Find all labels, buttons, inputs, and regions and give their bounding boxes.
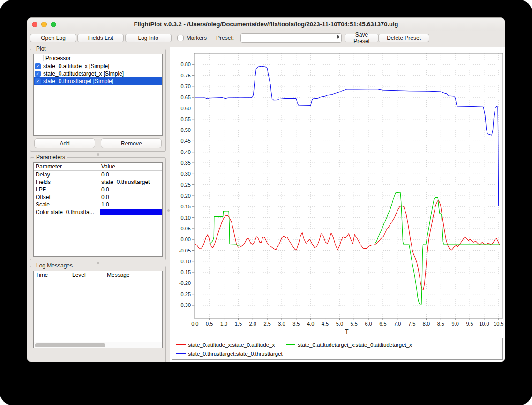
- scrollbar-thumb[interactable]: [35, 343, 105, 347]
- svg-text:1.0: 1.0: [220, 321, 227, 327]
- plot-field-list[interactable]: Processor ✓state_0.attitude_x [Simple]✓s…: [33, 54, 163, 136]
- divider-handle-icon: [167, 209, 170, 212]
- svg-text:-0.05: -0.05: [179, 248, 191, 253]
- markers-checkbox[interactable]: [177, 35, 184, 41]
- divider-handle-icon: [97, 153, 99, 156]
- svg-text:4.0: 4.0: [307, 321, 314, 327]
- svg-text:0.75: 0.75: [181, 73, 191, 78]
- log-messages-table[interactable]: Time Level Message: [33, 271, 163, 348]
- value-column-header: Value: [99, 164, 162, 170]
- chart-legend: state_0.attitude_x:state_0.attitude_xsta…: [172, 338, 503, 360]
- main-content: Plot Processor ✓state_0.attitude_x [Simp…: [27, 45, 505, 362]
- svg-text:0.50: 0.50: [181, 127, 191, 133]
- field-checkbox[interactable]: ✓: [35, 78, 41, 84]
- svg-text:0.25: 0.25: [181, 182, 191, 188]
- svg-text:9.5: 9.5: [466, 321, 473, 327]
- legend-label: state_0.attitudetarget_x:state_0.attitud…: [298, 342, 412, 348]
- chart-area[interactable]: 0.00.51.01.52.02.53.03.54.04.55.05.56.06…: [170, 47, 505, 362]
- parameter-value[interactable]: 0.0: [99, 171, 162, 178]
- svg-text:7.5: 7.5: [408, 321, 415, 327]
- field-checkbox[interactable]: ✓: [35, 71, 41, 77]
- close-button[interactable]: [32, 22, 37, 27]
- markers-label: Markers: [187, 35, 207, 41]
- svg-text:T: T: [345, 329, 349, 335]
- legend-label: state_0.attitude_x:state_0.attitude_x: [188, 342, 275, 348]
- plot-panel-buttons: Add Remove: [33, 138, 163, 148]
- svg-text:0.30: 0.30: [181, 171, 191, 176]
- add-button[interactable]: Add: [34, 138, 95, 148]
- parameter-value[interactable]: state_0.thrusttarget: [99, 179, 162, 185]
- parameter-row[interactable]: Offset0.0: [34, 193, 162, 201]
- parameter-row[interactable]: Fieldsstate_0.thrusttarget: [34, 178, 162, 186]
- parameter-name: Color state_0.thrustta...: [34, 209, 99, 215]
- parameter-row[interactable]: Delay0.0: [34, 171, 162, 178]
- app-window: FlightPlot v.0.3.2 - /Users/oleg/Documen…: [27, 17, 505, 362]
- parameter-name: LPF: [34, 186, 99, 193]
- parameters-panel-title: Parameters: [34, 154, 67, 160]
- open-log-button[interactable]: Open Log: [30, 34, 76, 42]
- svg-text:0.0: 0.0: [192, 321, 199, 327]
- preset-label: Preset:: [216, 35, 234, 41]
- svg-text:0.35: 0.35: [181, 160, 191, 166]
- parameter-value[interactable]: 0.0: [99, 186, 162, 193]
- fields-list-button[interactable]: Fields List: [77, 34, 124, 42]
- plot-field-row[interactable]: ✓state_0.attitude_x [Simple]: [34, 62, 162, 70]
- parameter-value[interactable]: 1.0: [99, 201, 162, 208]
- save-preset-button[interactable]: Save Preset: [345, 34, 379, 42]
- color-swatch[interactable]: [100, 209, 162, 215]
- legend-line-icon: [286, 344, 295, 345]
- parameter-name: Offset: [34, 194, 99, 200]
- svg-text:6.0: 6.0: [365, 321, 372, 327]
- legend-item: state_0.attitudetarget_x:state_0.attitud…: [286, 342, 412, 348]
- legend-row: state_0.attitude_x:state_0.attitude_xsta…: [176, 340, 499, 349]
- combo-stepper-icon[interactable]: [337, 35, 339, 39]
- svg-text:5.5: 5.5: [351, 321, 358, 327]
- preset-combobox[interactable]: [240, 33, 342, 43]
- svg-text:0.5: 0.5: [206, 321, 213, 327]
- svg-text:-0.30: -0.30: [179, 302, 191, 308]
- svg-text:0.65: 0.65: [181, 94, 191, 100]
- svg-text:6.5: 6.5: [380, 321, 387, 327]
- divider-handle-icon: [97, 262, 99, 264]
- parameter-row[interactable]: Color state_0.thrustta...: [34, 208, 162, 216]
- svg-text:2.0: 2.0: [249, 321, 256, 327]
- window-title: FlightPlot v.0.3.2 - /Users/oleg/Documen…: [134, 21, 398, 28]
- svg-text:8.0: 8.0: [423, 321, 430, 327]
- svg-text:2.5: 2.5: [264, 321, 271, 327]
- minimize-button[interactable]: [41, 22, 47, 27]
- svg-text:0.55: 0.55: [181, 116, 191, 122]
- svg-text:3.5: 3.5: [293, 321, 300, 327]
- parameter-name: Fields: [34, 179, 99, 185]
- svg-text:1.5: 1.5: [235, 321, 242, 327]
- legend-item: state_0.attitude_x:state_0.attitude_x: [176, 342, 275, 348]
- parameter-row[interactable]: LPF0.0: [34, 186, 162, 193]
- field-checkbox[interactable]: ✓: [35, 63, 41, 69]
- plot-field-row[interactable]: ✓state_0.thrusttarget [Simple]: [34, 77, 162, 85]
- svg-text:-0.15: -0.15: [179, 269, 191, 275]
- title-bar[interactable]: FlightPlot v.0.3.2 - /Users/oleg/Documen…: [27, 18, 505, 31]
- plot-field-row[interactable]: ✓state_0.attitudetarget_x [Simple]: [34, 70, 162, 77]
- remove-button[interactable]: Remove: [101, 138, 162, 148]
- legend-label: state_0.thrusttarget:state_0.thrusttarge…: [188, 351, 282, 357]
- log-horizontal-scrollbar[interactable]: [34, 342, 162, 348]
- delete-preset-button[interactable]: Delete Preset: [378, 34, 429, 42]
- legend-row: state_0.thrusttarget:state_0.thrusttarge…: [176, 349, 499, 358]
- flight-plot-chart[interactable]: 0.00.51.01.52.02.53.03.54.04.55.05.56.06…: [170, 47, 505, 336]
- zoom-button[interactable]: [51, 22, 56, 27]
- log-messages-body: [34, 279, 162, 342]
- left-sidebar: Plot Processor ✓state_0.attitude_x [Simp…: [27, 45, 167, 362]
- legend-item: state_0.thrusttarget:state_0.thrusttarge…: [176, 351, 282, 357]
- svg-text:9.0: 9.0: [452, 321, 459, 327]
- parameter-rows: Delay0.0Fieldsstate_0.thrusttargetLPF0.0…: [34, 171, 162, 216]
- plot-panel-title: Plot: [34, 46, 48, 52]
- level-column-header: Level: [70, 272, 105, 278]
- svg-text:10.0: 10.0: [480, 321, 489, 327]
- svg-text:0.80: 0.80: [181, 61, 191, 67]
- parameters-table[interactable]: Parameter Value Delay0.0Fieldsstate_0.th…: [33, 162, 163, 257]
- parameter-value[interactable]: 0.0: [99, 194, 162, 200]
- parameter-row[interactable]: Scale1.0: [34, 201, 162, 208]
- svg-text:-0.25: -0.25: [179, 291, 191, 297]
- log-info-button[interactable]: Log Info: [125, 34, 172, 42]
- svg-text:0.60: 0.60: [181, 106, 191, 111]
- svg-text:-0.20: -0.20: [179, 280, 191, 286]
